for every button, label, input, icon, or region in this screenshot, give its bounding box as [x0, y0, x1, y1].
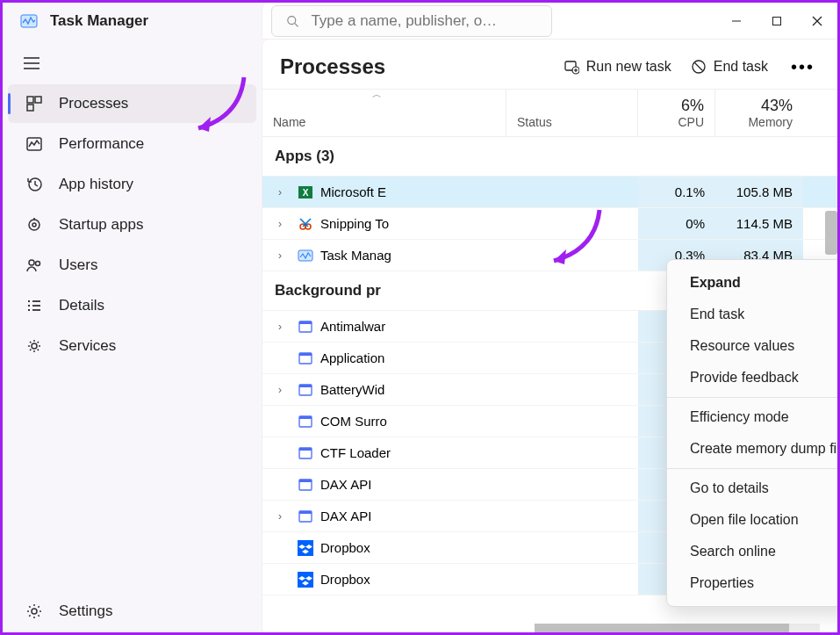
svg-rect-46 — [299, 385, 312, 387]
sidebar-item-processes[interactable]: Processes — [8, 84, 256, 123]
search-icon — [286, 14, 298, 28]
performance-icon — [25, 135, 43, 153]
run-new-task-button[interactable]: Run new task — [562, 54, 673, 80]
process-cpu: 0% — [638, 208, 715, 239]
svg-rect-44 — [299, 353, 312, 356]
menu-item-efficiency-mode[interactable]: Efficiency mode — [667, 401, 840, 433]
menu-item-create-memory-dump-file[interactable]: Create memory dump file — [667, 433, 840, 465]
svg-point-19 — [36, 262, 40, 266]
svg-point-26 — [32, 343, 37, 349]
chevron-right-icon[interactable]: › — [278, 249, 291, 262]
svg-point-18 — [29, 260, 34, 265]
process-name: DAX API — [320, 477, 371, 492]
menu-item-provide-feedback[interactable]: Provide feedback — [667, 362, 840, 393]
svg-point-15 — [29, 220, 39, 230]
minimize-button[interactable] — [716, 3, 757, 40]
column-name[interactable]: Name — [262, 90, 506, 136]
processes-icon — [25, 95, 43, 112]
process-icon: X — [298, 184, 313, 200]
menu-item-resource-values[interactable]: Resource values› — [667, 330, 840, 362]
process-row[interactable]: ›Snipping To0%114.5 MB — [262, 208, 837, 240]
process-icon — [298, 350, 313, 366]
sidebar-item-label: Settings — [59, 603, 112, 620]
sidebar-item-services[interactable]: Services — [8, 327, 256, 365]
context-menu: ExpandEnd taskResource values›Provide fe… — [666, 259, 840, 607]
page-title: Processes — [280, 54, 385, 79]
process-icon — [298, 540, 313, 556]
svg-text:X: X — [303, 188, 309, 198]
sidebar-item-label: Users — [59, 256, 97, 274]
sidebar-item-settings[interactable]: Settings — [8, 592, 256, 631]
svg-rect-52 — [299, 480, 312, 482]
sidebar-item-users[interactable]: Users — [8, 246, 256, 285]
process-icon — [298, 445, 313, 461]
process-name: Microsoft E — [320, 184, 386, 199]
process-name: DAX API — [320, 509, 371, 523]
menu-item-search-online[interactable]: Search online — [667, 536, 840, 567]
chevron-right-icon[interactable]: › — [278, 218, 291, 230]
sidebar-item-label: Processes — [59, 95, 128, 112]
sidebar-item-label: Startup apps — [59, 216, 143, 234]
menu-item-properties[interactable]: Properties — [667, 567, 840, 599]
more-options-button[interactable]: ••• — [786, 57, 820, 77]
maximize-button[interactable] — [757, 3, 797, 40]
process-name: Dropbox — [320, 540, 370, 555]
app-history-icon — [25, 176, 43, 193]
svg-line-2 — [295, 23, 298, 26]
process-icon — [298, 216, 313, 232]
menu-item-open-file-location[interactable]: Open file location — [667, 504, 840, 536]
process-icon — [298, 382, 313, 398]
menu-item-go-to-details[interactable]: Go to details — [667, 473, 840, 504]
vertical-scrollbar[interactable] — [825, 211, 837, 255]
process-row[interactable]: ›XMicrosoft E0.1%105.8 MB — [262, 177, 837, 208]
chevron-right-icon[interactable]: › — [278, 186, 291, 198]
sidebar-item-performance[interactable]: Performance — [8, 125, 256, 163]
svg-point-16 — [32, 223, 36, 227]
menu-item-end-task[interactable]: End task — [667, 299, 840, 330]
process-icon — [298, 414, 313, 429]
process-name: Antimalwar — [320, 319, 385, 334]
process-name: BatteryWid — [320, 382, 384, 397]
sidebar-item-label: Performance — [59, 135, 144, 153]
process-name: Application — [320, 350, 384, 365]
search-box[interactable] — [271, 5, 552, 37]
svg-rect-10 — [27, 97, 33, 103]
sidebar-item-details[interactable]: Details — [8, 286, 256, 325]
column-memory[interactable]: 43% Memory — [715, 90, 803, 136]
hamburger-button[interactable] — [3, 47, 262, 83]
process-name: CTF Loader — [320, 445, 391, 460]
process-name: Dropbox — [320, 572, 370, 587]
svg-rect-42 — [299, 321, 312, 324]
chevron-right-icon[interactable]: › — [278, 321, 291, 333]
services-icon — [25, 337, 43, 355]
run-task-icon — [564, 59, 579, 75]
end-task-button[interactable]: End task — [689, 54, 770, 80]
svg-rect-54 — [299, 511, 312, 514]
menu-separator — [667, 397, 840, 398]
sort-indicator-icon: ︿ — [372, 88, 382, 101]
menu-separator — [667, 468, 840, 469]
close-button[interactable] — [797, 3, 837, 40]
process-name: Task Manag — [320, 248, 391, 263]
process-memory: 114.5 MB — [715, 208, 803, 239]
search-input[interactable] — [311, 12, 537, 30]
chevron-right-icon[interactable]: › — [278, 510, 291, 523]
sidebar-item-app-history[interactable]: App history — [8, 165, 256, 204]
svg-point-1 — [288, 16, 296, 24]
process-memory: 105.8 MB — [715, 177, 803, 207]
horizontal-scrollbar[interactable] — [535, 624, 820, 632]
columns-header: Name Status 6% CPU 43% Memory — [262, 89, 837, 137]
end-task-icon — [691, 59, 707, 75]
process-icon — [298, 477, 313, 493]
group-header: Apps (3) — [262, 137, 837, 177]
chevron-right-icon[interactable]: › — [278, 384, 291, 396]
column-status[interactable]: Status — [506, 90, 638, 136]
menu-item-expand[interactable]: Expand — [667, 267, 840, 299]
sidebar-item-startup-apps[interactable]: Startup apps — [8, 206, 256, 244]
sidebar-item-label: App history — [59, 176, 133, 193]
process-name: Snipping To — [320, 216, 389, 231]
svg-rect-48 — [299, 416, 312, 419]
column-cpu[interactable]: 6% CPU — [638, 90, 715, 136]
svg-line-33 — [694, 63, 702, 71]
svg-point-27 — [32, 609, 37, 614]
